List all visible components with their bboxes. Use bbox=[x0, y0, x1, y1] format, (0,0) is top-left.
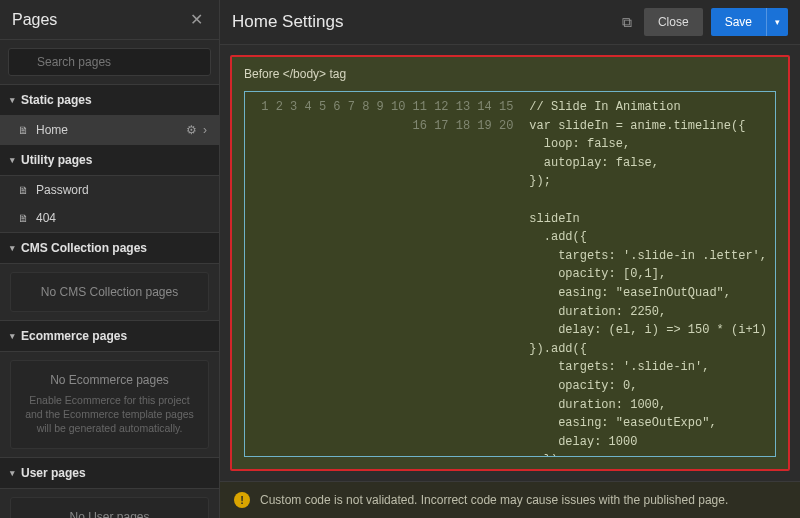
custom-code-section: Before </body> tag 1 2 3 4 5 6 7 8 9 10 … bbox=[230, 55, 790, 471]
section-label: Static pages bbox=[21, 93, 92, 107]
sidebar-item-label: 404 bbox=[36, 211, 56, 225]
code-section-label: Before </body> tag bbox=[232, 57, 788, 91]
sidebar-item-label: Home bbox=[36, 123, 68, 137]
section-cms-pages[interactable]: ▾ CMS Collection pages bbox=[0, 232, 219, 264]
search-input[interactable] bbox=[8, 48, 211, 76]
page-icon: 🗎 bbox=[18, 124, 29, 136]
copy-icon[interactable]: ⧉ bbox=[618, 10, 636, 35]
section-utility-pages[interactable]: ▾ Utility pages bbox=[0, 144, 219, 176]
chevron-down-icon: ▾ bbox=[10, 331, 15, 341]
save-button[interactable]: Save bbox=[711, 8, 766, 36]
line-gutter: 1 2 3 4 5 6 7 8 9 10 11 12 13 14 15 16 1… bbox=[245, 92, 521, 456]
ecom-empty-state: No Ecommerce pages Enable Ecommerce for … bbox=[10, 360, 209, 449]
pages-sidebar: Pages ✕ 🔍 ▾ Static pages 🗎 Home ⚙ › ▾ Ut… bbox=[0, 0, 220, 518]
empty-label: No User pages bbox=[21, 510, 198, 518]
sidebar-item-home[interactable]: 🗎 Home ⚙ › bbox=[0, 116, 219, 144]
user-empty-state: No User pages bbox=[10, 497, 209, 518]
save-button-group: Save ▾ bbox=[711, 8, 788, 36]
gear-icon[interactable]: ⚙ bbox=[186, 123, 197, 137]
sidebar-item-404[interactable]: 🗎 404 bbox=[0, 204, 219, 232]
warning-text: Custom code is not validated. Incorrect … bbox=[260, 493, 728, 507]
section-ecommerce-pages[interactable]: ▾ Ecommerce pages bbox=[0, 320, 219, 352]
empty-label: No Ecommerce pages bbox=[21, 373, 198, 387]
chevron-down-icon: ▾ bbox=[10, 243, 15, 253]
code-body[interactable]: // Slide In Animation var slideIn = anim… bbox=[521, 92, 775, 456]
close-icon[interactable]: ✕ bbox=[186, 10, 207, 29]
page-title: Home Settings bbox=[232, 12, 344, 32]
main-panel: Home Settings ⧉ Close Save ▾ Before </bo… bbox=[220, 0, 800, 518]
section-user-pages[interactable]: ▾ User pages bbox=[0, 457, 219, 489]
sidebar-item-label: Password bbox=[36, 183, 89, 197]
chevron-down-icon: ▾ bbox=[10, 95, 15, 105]
section-label: Ecommerce pages bbox=[21, 329, 127, 343]
page-icon: 🗎 bbox=[18, 184, 29, 196]
header-actions: ⧉ Close Save ▾ bbox=[618, 8, 788, 36]
chevron-down-icon: ▾ bbox=[10, 468, 15, 478]
page-icon: 🗎 bbox=[18, 212, 29, 224]
section-label: CMS Collection pages bbox=[21, 241, 147, 255]
main-header: Home Settings ⧉ Close Save ▾ bbox=[220, 0, 800, 45]
close-button[interactable]: Close bbox=[644, 8, 703, 36]
section-label: User pages bbox=[21, 466, 86, 480]
chevron-down-icon: ▾ bbox=[10, 155, 15, 165]
section-static-pages[interactable]: ▾ Static pages bbox=[0, 84, 219, 116]
code-editor[interactable]: 1 2 3 4 5 6 7 8 9 10 11 12 13 14 15 16 1… bbox=[244, 91, 776, 457]
sidebar-header: Pages ✕ bbox=[0, 0, 219, 40]
warning-icon: ! bbox=[234, 492, 250, 508]
empty-sublabel: Enable Ecommerce for this project and th… bbox=[21, 393, 198, 436]
cms-empty-state: No CMS Collection pages bbox=[10, 272, 209, 312]
section-label: Utility pages bbox=[21, 153, 92, 167]
empty-label: No CMS Collection pages bbox=[21, 285, 198, 299]
search-container: 🔍 bbox=[0, 40, 219, 84]
sidebar-title: Pages bbox=[12, 11, 57, 29]
warning-bar: ! Custom code is not validated. Incorrec… bbox=[220, 481, 800, 518]
save-dropdown-button[interactable]: ▾ bbox=[766, 8, 788, 36]
chevron-right-icon[interactable]: › bbox=[203, 123, 207, 137]
sidebar-item-password[interactable]: 🗎 Password bbox=[0, 176, 219, 204]
